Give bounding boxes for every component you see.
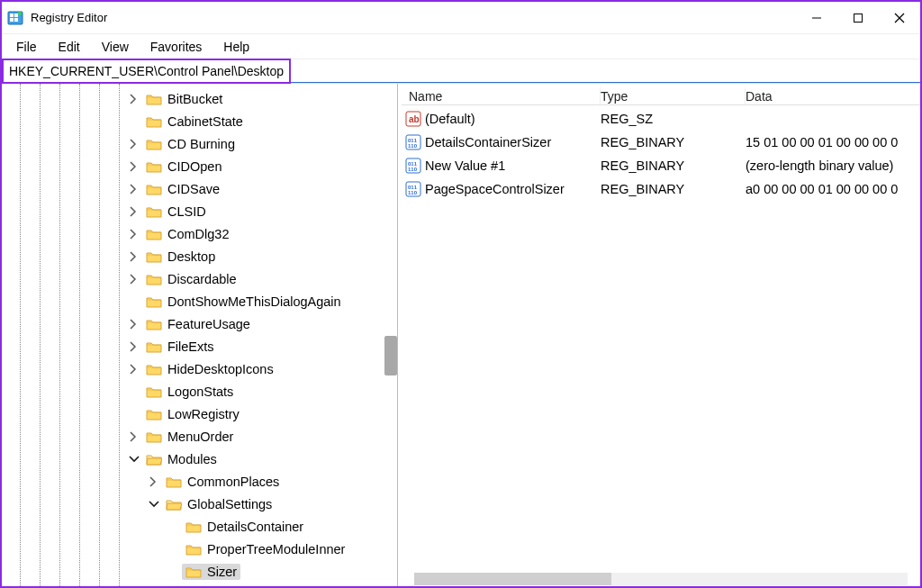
folder-icon xyxy=(146,205,162,218)
tree-item[interactable]: CD Burning xyxy=(2,132,397,155)
chevron-down-icon[interactable] xyxy=(128,453,140,466)
chevron-right-icon[interactable] xyxy=(128,183,140,195)
chevron-right-icon[interactable] xyxy=(128,228,140,240)
folder-icon xyxy=(146,385,162,398)
tree-item[interactable]: CIDOpen xyxy=(2,155,397,177)
tree-scrollbar-thumb[interactable] xyxy=(384,336,397,375)
list-pane[interactable]: Name Type Data (Default)REG_SZDetailsCon… xyxy=(402,84,920,586)
chevron-right-icon[interactable] xyxy=(128,363,140,375)
folder-icon xyxy=(166,475,182,488)
tree-item-label: Discardable xyxy=(167,272,237,286)
minimize-button[interactable] xyxy=(796,2,837,34)
tree-item[interactable]: CIDSave xyxy=(2,177,397,200)
chevron-right-icon[interactable] xyxy=(128,318,140,330)
value-name: (Default) xyxy=(425,112,601,126)
tree-scrollbar[interactable] xyxy=(384,84,397,586)
svg-rect-4 xyxy=(14,18,18,22)
titlebar: Registry Editor xyxy=(2,2,920,34)
tree-item-label: CIDOpen xyxy=(167,159,221,174)
expander-none xyxy=(128,295,140,308)
tree-pane[interactable]: BitBucketCabinetStateCD BurningCIDOpenCI… xyxy=(2,84,398,586)
chevron-down-icon[interactable] xyxy=(148,498,160,511)
tree-item[interactable]: CLSID xyxy=(2,200,397,222)
menu-favorites[interactable]: Favorites xyxy=(141,37,212,57)
expander-none xyxy=(167,520,180,533)
maximize-button[interactable] xyxy=(837,2,879,34)
tree-item-label: Sizer xyxy=(207,565,237,579)
chevron-right-icon[interactable] xyxy=(128,138,140,150)
list-hscroll-thumb[interactable] xyxy=(414,573,611,585)
tree-item[interactable]: GlobalSettings xyxy=(2,493,397,515)
list-row[interactable]: New Value #1REG_BINARY(zero-length binar… xyxy=(402,154,920,177)
tree-item-label: DetailsContainer xyxy=(207,520,303,534)
folder-icon xyxy=(146,340,162,353)
chevron-right-icon[interactable] xyxy=(128,430,140,443)
chevron-right-icon[interactable] xyxy=(128,93,140,105)
folder-icon xyxy=(146,408,162,421)
chevron-right-icon[interactable] xyxy=(128,340,140,353)
folder-icon xyxy=(146,363,162,375)
tree-item[interactable]: LowRegistry xyxy=(2,403,397,425)
tree-item[interactable]: LogonStats xyxy=(2,380,397,403)
list-row[interactable]: DetailsContainerSizerREG_BINARY15 01 00 … xyxy=(402,131,920,154)
tree-item[interactable]: ComDlg32 xyxy=(2,222,397,245)
list-horizontal-scrollbar[interactable] xyxy=(402,572,920,586)
chevron-right-icon[interactable] xyxy=(128,273,140,285)
column-header-type[interactable]: Type xyxy=(601,87,746,104)
tree-item[interactable]: Sizer xyxy=(2,560,397,583)
tree-item[interactable]: Discardable xyxy=(2,267,397,290)
tree-item-label: CD Burning xyxy=(167,137,235,151)
regedit-icon xyxy=(7,10,23,26)
folder-icon xyxy=(146,183,162,195)
tree-item[interactable]: CabinetState xyxy=(2,110,397,132)
close-button[interactable] xyxy=(879,2,920,34)
tree-item[interactable]: ProperTreeModuleInner xyxy=(2,538,397,560)
svg-rect-2 xyxy=(14,14,18,17)
expander-none xyxy=(128,115,140,128)
tree-item-label: DontShowMeThisDialogAgain xyxy=(167,294,341,309)
tree-item[interactable]: Modules xyxy=(2,448,397,470)
column-header-data[interactable]: Data xyxy=(746,87,920,104)
address-bar[interactable]: HKEY_CURRENT_USER\Control Panel\Desktop xyxy=(2,59,920,83)
chevron-right-icon[interactable] xyxy=(148,475,160,488)
tree-item-label: ProperTreeModuleInner xyxy=(207,542,345,556)
tree-item-label: BitBucket xyxy=(167,92,222,106)
svg-line-9 xyxy=(895,14,904,23)
list-row[interactable]: PageSpaceControlSizerREG_BINARYa0 00 00 … xyxy=(402,177,920,201)
expander-none xyxy=(167,565,180,578)
tree-item-label: LogonStats xyxy=(167,384,233,399)
chevron-right-icon[interactable] xyxy=(128,160,140,173)
tree-item-label: Desktop xyxy=(167,249,215,264)
list-row[interactable]: (Default)REG_SZ xyxy=(402,107,920,131)
value-name: New Value #1 xyxy=(425,158,601,173)
folder-icon xyxy=(146,160,162,173)
tree-item[interactable]: MenuOrder xyxy=(2,425,397,448)
folder-icon xyxy=(146,430,162,443)
chevron-right-icon[interactable] xyxy=(128,205,140,218)
tree-item[interactable]: FileExts xyxy=(2,335,397,357)
tree-item[interactable]: DetailsContainer xyxy=(2,515,397,538)
menu-edit[interactable]: Edit xyxy=(50,37,89,57)
menu-view[interactable]: View xyxy=(93,37,138,57)
tree-item[interactable]: BitBucket xyxy=(2,87,397,110)
tree-item[interactable]: HideDesktopIcons xyxy=(2,357,397,380)
column-header-name[interactable]: Name xyxy=(402,87,601,104)
chevron-right-icon[interactable] xyxy=(128,250,140,263)
folder-icon xyxy=(146,138,162,150)
value-type: REG_BINARY xyxy=(601,158,746,173)
tree-item[interactable]: CommonPlaces xyxy=(2,470,397,493)
expander-none xyxy=(128,408,140,421)
value-data: a0 00 00 00 01 00 00 00 0 xyxy=(746,182,920,196)
reg-binary-icon xyxy=(405,158,421,174)
tree-item[interactable]: FeatureUsage xyxy=(2,312,397,335)
menu-file[interactable]: File xyxy=(7,37,46,57)
value-data: (zero-length binary value) xyxy=(746,158,920,173)
address-path: HKEY_CURRENT_USER\Control Panel\Desktop xyxy=(9,64,284,78)
tree-item[interactable]: Desktop xyxy=(2,245,397,267)
menu-help[interactable]: Help xyxy=(214,37,258,57)
tree-item-label: FeatureUsage xyxy=(167,317,250,331)
reg-binary-icon xyxy=(405,181,421,197)
address-highlight-box: HKEY_CURRENT_USER\Control Panel\Desktop xyxy=(2,59,291,84)
tree-item-label: LowRegistry xyxy=(167,407,240,421)
tree-item[interactable]: DontShowMeThisDialogAgain xyxy=(2,290,397,312)
